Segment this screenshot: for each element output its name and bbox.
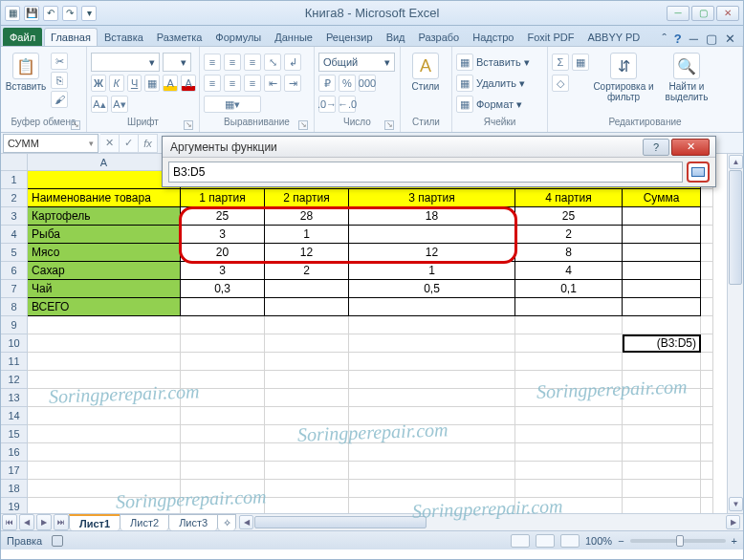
- enter-formula-icon[interactable]: ✓: [120, 134, 139, 153]
- sheet-tab-1[interactable]: Лист1: [69, 514, 120, 530]
- cell[interactable]: [701, 244, 713, 262]
- dialog-titlebar[interactable]: Аргументы функции ? ✕: [163, 137, 715, 158]
- underline-button[interactable]: Ч: [127, 75, 142, 92]
- decrease-decimal-icon[interactable]: ←.0: [339, 96, 356, 113]
- copy-icon[interactable]: ⎘: [51, 72, 68, 89]
- new-sheet-button[interactable]: ✧: [217, 514, 236, 530]
- tab-review[interactable]: Рецензир: [319, 28, 380, 46]
- sheet-nav-next-icon[interactable]: ▶: [36, 514, 52, 530]
- zoom-out-button[interactable]: −: [618, 535, 624, 547]
- sheet-nav-prev-icon[interactable]: ◀: [19, 514, 34, 530]
- sort-filter-button[interactable]: ⇵Сортировка и фильтр: [593, 53, 654, 102]
- cells-delete-button[interactable]: ▦Удалить▾: [456, 74, 530, 93]
- cell[interactable]: [701, 316, 713, 334]
- cell[interactable]: [623, 280, 701, 298]
- select-all-corner[interactable]: [1, 154, 28, 171]
- cell[interactable]: Сахар: [28, 262, 181, 280]
- cell[interactable]: [623, 462, 701, 480]
- sheet-tab-3[interactable]: Лист3: [168, 514, 218, 530]
- cells-insert-button[interactable]: ▦Вставить▾: [456, 53, 530, 72]
- cell[interactable]: [701, 425, 713, 443]
- cell[interactable]: 28: [265, 207, 349, 226]
- cell[interactable]: [623, 207, 701, 226]
- minimize-button[interactable]: ─: [667, 6, 689, 21]
- cell[interactable]: [701, 480, 713, 498]
- cell[interactable]: [181, 316, 265, 334]
- view-layout-icon[interactable]: [536, 534, 555, 548]
- cell[interactable]: [265, 462, 349, 480]
- hscroll-thumb[interactable]: [254, 516, 427, 528]
- cell[interactable]: [701, 353, 713, 371]
- cell[interactable]: Картофель: [28, 207, 181, 226]
- cell[interactable]: 0,1: [515, 280, 623, 298]
- cell[interactable]: Мясо: [28, 244, 181, 262]
- merge-button[interactable]: ▦▾: [204, 96, 261, 113]
- cell[interactable]: [701, 298, 713, 316]
- dialog-help-button[interactable]: ?: [643, 139, 669, 156]
- tab-view[interactable]: Вид: [380, 28, 412, 46]
- cell[interactable]: [349, 389, 515, 407]
- cell[interactable]: Наименование товара: [28, 189, 181, 207]
- row-header[interactable]: 7: [1, 280, 28, 298]
- cell[interactable]: Сумма: [623, 189, 701, 207]
- format-painter-icon[interactable]: 🖌: [51, 91, 68, 108]
- cell[interactable]: [623, 262, 701, 280]
- horizontal-scrollbar[interactable]: ◀ ▶: [238, 514, 741, 530]
- cell[interactable]: [349, 316, 515, 334]
- cell[interactable]: [623, 480, 701, 498]
- cell[interactable]: [28, 389, 181, 407]
- redo-icon[interactable]: ↷: [62, 6, 77, 21]
- cell[interactable]: [181, 407, 265, 425]
- macro-record-icon[interactable]: [52, 535, 63, 547]
- number-launcher-icon[interactable]: ↘: [384, 120, 394, 130]
- cell[interactable]: 1: [349, 262, 515, 280]
- tab-developer[interactable]: Разрабо: [412, 28, 467, 46]
- cell[interactable]: [701, 371, 713, 389]
- cell[interactable]: [28, 171, 181, 189]
- find-select-button[interactable]: 🔍Найти и выделить: [658, 53, 715, 102]
- sheet-nav-first-icon[interactable]: ⏮: [2, 514, 17, 530]
- cell[interactable]: [515, 480, 623, 498]
- cell[interactable]: 25: [181, 207, 265, 226]
- row-header[interactable]: 1: [1, 171, 28, 189]
- tab-insert[interactable]: Вставка: [98, 28, 150, 46]
- cell[interactable]: [515, 443, 623, 462]
- cell[interactable]: 12: [349, 244, 515, 262]
- font-size-combo[interactable]: ▾: [163, 53, 191, 72]
- cell[interactable]: [623, 425, 701, 443]
- font-family-combo[interactable]: ▾: [91, 53, 160, 72]
- cell[interactable]: 25: [515, 207, 623, 226]
- fill-color-button[interactable]: A: [163, 75, 178, 92]
- cell[interactable]: [701, 334, 713, 353]
- vscroll-thumb[interactable]: [729, 170, 742, 285]
- cell[interactable]: 3: [181, 262, 265, 280]
- cell[interactable]: [515, 353, 623, 371]
- scroll-left-icon[interactable]: ◀: [239, 515, 253, 529]
- cell[interactable]: [28, 334, 181, 353]
- cell[interactable]: [349, 407, 515, 425]
- styles-button[interactable]: AСтили: [405, 53, 447, 92]
- cell[interactable]: [515, 462, 623, 480]
- cell[interactable]: [701, 389, 713, 407]
- help-icon[interactable]: ?: [674, 32, 682, 46]
- zoom-slider[interactable]: [630, 539, 726, 543]
- cell[interactable]: 1: [265, 226, 349, 244]
- row-header[interactable]: 2: [1, 189, 28, 207]
- cell[interactable]: 4: [515, 262, 623, 280]
- cancel-formula-icon[interactable]: ✕: [100, 134, 120, 153]
- cell[interactable]: [265, 316, 349, 334]
- font-color-button[interactable]: A: [181, 75, 196, 92]
- zoom-in-button[interactable]: +: [732, 535, 737, 547]
- cell[interactable]: [28, 371, 181, 389]
- cell[interactable]: [181, 462, 265, 480]
- tab-file[interactable]: Файл: [3, 28, 42, 46]
- cell[interactable]: Рыба: [28, 226, 181, 244]
- cell[interactable]: [623, 353, 701, 371]
- cell[interactable]: [701, 443, 713, 462]
- row-header[interactable]: 4: [1, 226, 28, 244]
- cell[interactable]: [349, 353, 515, 371]
- row-header[interactable]: 14: [1, 407, 28, 425]
- cell[interactable]: Чай: [28, 280, 181, 298]
- cell[interactable]: 12: [265, 244, 349, 262]
- row-header[interactable]: 15: [1, 425, 28, 443]
